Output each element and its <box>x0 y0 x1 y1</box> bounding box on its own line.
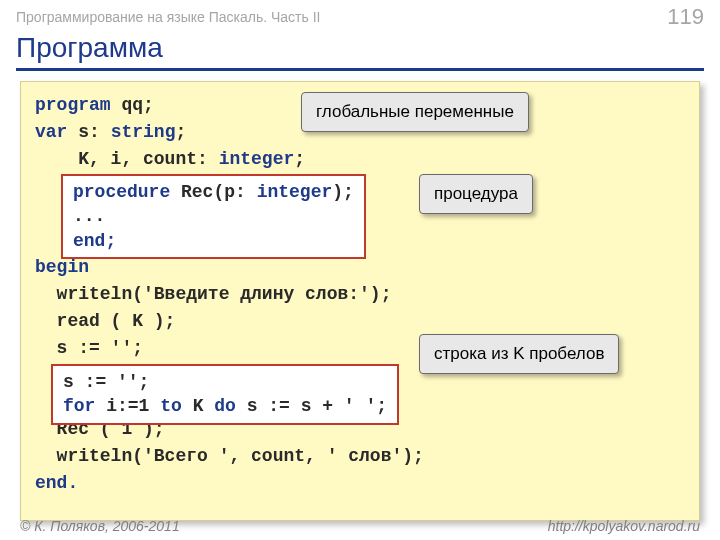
code-body: program qq; var s: string; K, i, count: … <box>35 92 685 497</box>
code-block: program qq; var s: string; K, i, count: … <box>20 81 700 521</box>
footer: © К. Поляков, 2006-2011 http://kpolyakov… <box>0 518 720 534</box>
copyright: © К. Поляков, 2006-2011 <box>20 518 180 534</box>
page-title: Программа <box>0 30 720 68</box>
callout-spaces: строка из K пробелов <box>419 334 619 374</box>
inset-procedure: procedure Rec(p: integer); ... end; <box>61 174 366 259</box>
course-title: Программирование на языке Паскаль. Часть… <box>16 9 320 25</box>
footer-url: http://kpolyakov.narod.ru <box>548 518 700 534</box>
page-number: 119 <box>667 4 704 30</box>
inset-spaces-code: s := ''; for i:=1 to K do s := s + ' '; <box>51 364 399 425</box>
header: Программирование на языке Паскаль. Часть… <box>0 0 720 30</box>
title-rule <box>16 68 704 71</box>
callout-procedure: процедура <box>419 174 533 214</box>
callout-globals: глобальные переменные <box>301 92 529 132</box>
